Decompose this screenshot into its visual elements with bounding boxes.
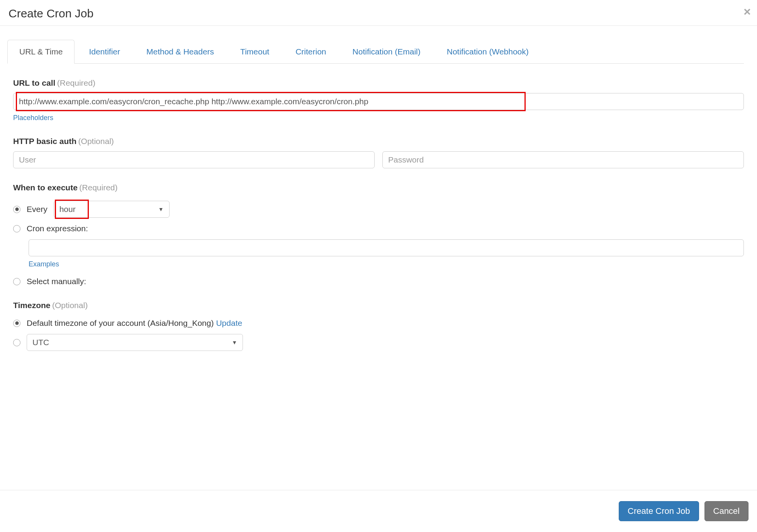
auth-user-input[interactable] [13,151,375,168]
radio-tz-default[interactable] [13,320,20,327]
create-button[interactable]: Create Cron Job [619,501,699,521]
auth-group: HTTP basic auth (Optional) [13,137,744,168]
schedule-every-row: Every hour ▼ [13,201,744,218]
schedule-label: When to execute [13,183,78,192]
schedule-group: When to execute (Required) Every hour ▼ … [13,183,744,286]
examples-link[interactable]: Examples [29,260,59,268]
schedule-cron-row: Cron expression: [13,224,744,233]
every-select-value: hour [59,205,76,214]
chevron-down-icon: ▼ [232,339,237,346]
every-select-wrap: hour ▼ [54,201,170,218]
cancel-button[interactable]: Cancel [704,501,749,521]
every-label: Every [27,205,48,214]
url-group: URL to call (Required) Placeholders [13,78,744,122]
url-label: URL to call [13,78,55,87]
tz-select[interactable]: UTC ▼ [27,334,243,351]
timezone-hint: (Optional) [52,301,88,310]
tab-timeout[interactable]: Timeout [228,40,281,64]
radio-cron[interactable] [13,225,20,232]
chevron-down-icon: ▼ [158,206,164,212]
tz-custom-row: UTC ▼ [13,334,744,351]
modal-header: Create Cron Job × [0,0,757,25]
auth-label: HTTP basic auth [13,137,76,146]
create-cron-modal: Create Cron Job × URL & Time Identifier … [0,0,757,532]
url-hint: (Required) [57,78,95,87]
tz-default-row: Default timezone of your account (Asia/H… [13,319,744,328]
every-select[interactable]: hour ▼ [54,201,170,218]
placeholders-link[interactable]: Placeholders [13,114,53,122]
cron-input-wrap [29,239,744,256]
close-icon[interactable]: × [743,5,751,18]
cron-expression-input[interactable] [29,239,744,256]
tab-criterion[interactable]: Criterion [283,40,338,64]
auth-hint: (Optional) [78,137,114,146]
modal-footer: Create Cron Job Cancel [0,490,757,532]
tab-notification-webhook[interactable]: Notification (Webhook) [435,40,541,64]
schedule-hint: (Required) [79,183,117,192]
url-input-wrap [13,93,744,110]
timezone-label: Timezone [13,301,50,310]
tz-default-label: Default timezone of your account (Asia/H… [27,319,214,328]
tz-select-wrap: UTC ▼ [27,334,243,351]
radio-manual[interactable] [13,278,20,285]
schedule-manual-row: Select manually: [13,277,744,286]
timezone-group: Timezone (Optional) Default timezone of … [13,301,744,351]
tab-method-headers[interactable]: Method & Headers [134,40,226,64]
tab-bar: URL & Time Identifier Method & Headers T… [7,40,744,64]
tab-notification-email[interactable]: Notification (Email) [341,40,433,64]
tab-identifier[interactable]: Identifier [77,40,132,64]
tz-select-value: UTC [32,338,49,347]
modal-body: URL & Time Identifier Method & Headers T… [0,26,757,490]
radio-every[interactable] [13,206,20,213]
tab-url-time[interactable]: URL & Time [7,40,75,64]
modal-title: Create Cron Job [8,7,749,20]
cron-label: Cron expression: [27,224,88,233]
url-input[interactable] [13,93,744,110]
tz-update-link[interactable]: Update [216,319,242,328]
manual-label: Select manually: [27,277,86,286]
radio-tz-custom[interactable] [13,339,20,346]
auth-password-input[interactable] [382,151,744,168]
